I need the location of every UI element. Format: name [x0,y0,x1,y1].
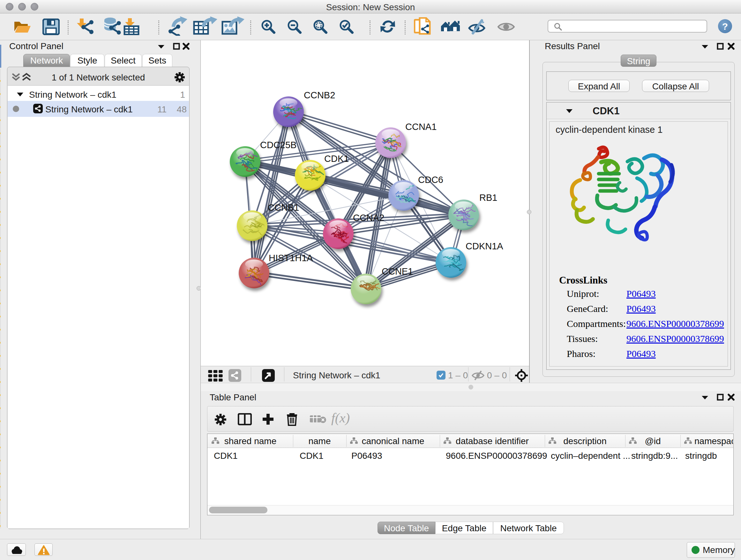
svg-text:CCNE1: CCNE1 [382,266,413,276]
svg-text:CCNA1: CCNA1 [405,122,436,132]
svg-text:HIST1H1A: HIST1H1A [269,253,313,263]
svg-text:CDK1: CDK1 [324,153,349,164]
svg-text:CDC25B: CDC25B [260,140,296,150]
svg-text:CDC6: CDC6 [418,175,443,185]
svg-text:CCNA2: CCNA2 [353,212,384,223]
svg-text:RB1: RB1 [479,192,497,203]
svg-text:CDKN1A: CDKN1A [466,241,503,251]
svg-text:CCNB2: CCNB2 [304,90,335,100]
svg-text:CCNB1: CCNB1 [268,202,299,212]
